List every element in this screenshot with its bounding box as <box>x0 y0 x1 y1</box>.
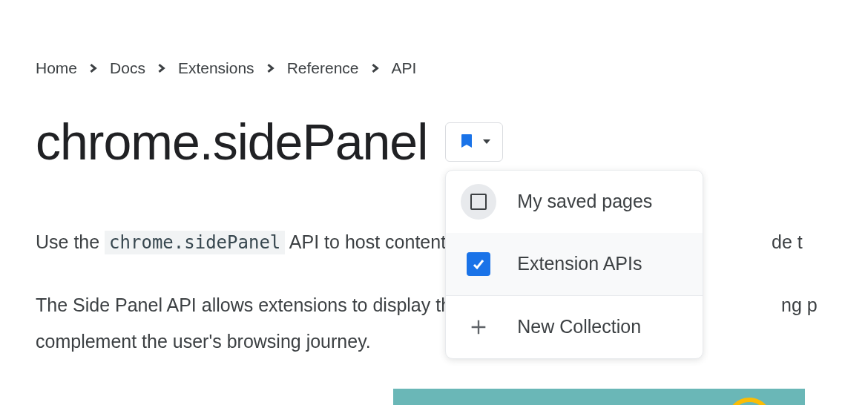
plus-icon <box>461 309 496 345</box>
dropdown-item-extension-apis[interactable]: Extension APIs <box>446 233 703 295</box>
dropdown-item-label: Extension APIs <box>517 253 642 274</box>
intro-paragraph: Use the chrome.sidePanel API to host con… <box>36 224 832 260</box>
dropdown-item-saved-pages[interactable]: My saved pages <box>446 171 703 233</box>
code-inline: chrome.sidePanel <box>105 231 285 254</box>
breadcrumb-home[interactable]: Home <box>36 59 77 77</box>
breadcrumb-docs[interactable]: Docs <box>110 59 145 77</box>
checkbox-unchecked-icon <box>461 184 496 220</box>
chevron-right-icon <box>157 64 166 73</box>
description-paragraph: The Side Panel API allows extensions to … <box>36 287 832 360</box>
breadcrumb-api[interactable]: API <box>392 59 417 77</box>
bookmark-dropdown: My saved pages Extension APIs New Col <box>445 170 703 359</box>
breadcrumb-extensions[interactable]: Extensions <box>178 59 254 77</box>
breadcrumb: Home Docs Extensions Reference API <box>36 59 832 77</box>
chevron-right-icon <box>371 64 380 73</box>
dropdown-item-label: My saved pages <box>517 191 652 212</box>
dropdown-item-label: New Collection <box>517 316 641 338</box>
page-title: chrome.sidePanel <box>36 113 427 171</box>
bookmark-icon <box>458 132 476 152</box>
dropdown-item-new-collection[interactable]: New Collection <box>446 296 703 358</box>
svg-marker-0 <box>483 139 490 144</box>
bookmark-button[interactable] <box>445 122 503 162</box>
breadcrumb-reference[interactable]: Reference <box>287 59 359 77</box>
checkbox-checked-icon <box>467 252 490 276</box>
chevron-right-icon <box>266 64 275 73</box>
caret-down-icon <box>483 136 490 148</box>
chevron-right-icon <box>89 64 98 73</box>
